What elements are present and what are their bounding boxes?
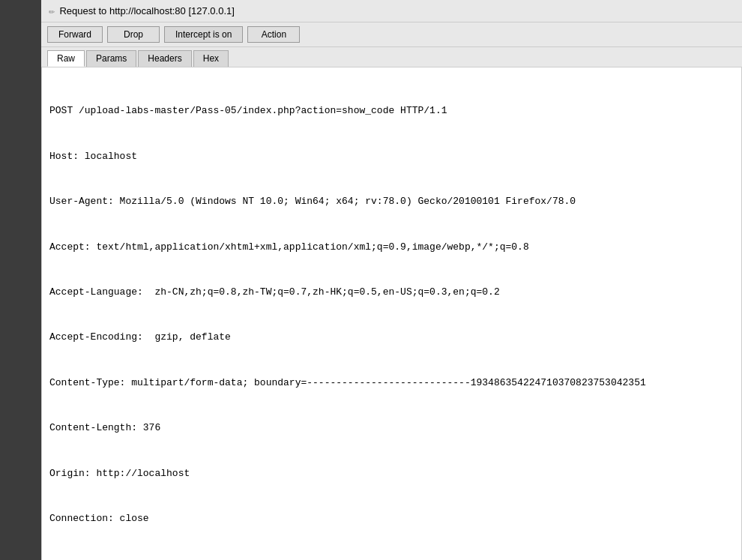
action-button[interactable]: Action <box>247 26 300 43</box>
intercept-button[interactable]: Intercept is on <box>164 26 243 43</box>
toolbar: Forward Drop Intercept is on Action <box>41 22 742 47</box>
request-line-11: Referer: http://localhost/upload-labs-ma… <box>49 557 734 561</box>
top-bar: ✏ Request to http://localhost:80 [127.0.… <box>41 0 742 22</box>
request-line-3: User-Agent: Mozilla/5.0 (Windows NT 10.0… <box>49 194 734 209</box>
tabs: Raw Params Headers Hex <box>41 47 742 67</box>
request-url: Request to http://localhost:80 [127.0.0.… <box>59 5 234 16</box>
drop-button[interactable]: Drop <box>107 26 160 43</box>
request-line-2: Host: localhost <box>49 149 734 164</box>
request-line-6: Accept-Encoding: gzip, deflate <box>49 330 734 345</box>
request-line-5: Accept-Language: zh-CN,zh;q=0.8,zh-TW;q=… <box>49 285 734 300</box>
request-line-10: Connection: close <box>49 511 734 526</box>
tab-hex[interactable]: Hex <box>193 50 229 67</box>
request-line-1: POST /upload-labs-master/Pass-05/index.p… <box>49 103 734 118</box>
tab-raw[interactable]: Raw <box>47 50 85 67</box>
sidebar <box>0 0 41 560</box>
request-line-7: Content-Type: multipart/form-data; bound… <box>49 376 734 391</box>
forward-button[interactable]: Forward <box>47 26 103 43</box>
tab-headers[interactable]: Headers <box>138 50 191 67</box>
pencil-icon: ✏ <box>49 4 55 17</box>
request-line-9: Origin: http://localhost <box>49 466 734 481</box>
request-line-8: Content-Length: 376 <box>49 421 734 436</box>
content-area: POST /upload-labs-master/Pass-05/index.p… <box>41 67 742 560</box>
tab-params[interactable]: Params <box>86 50 136 67</box>
request-line-4: Accept: text/html,application/xhtml+xml,… <box>49 240 734 255</box>
